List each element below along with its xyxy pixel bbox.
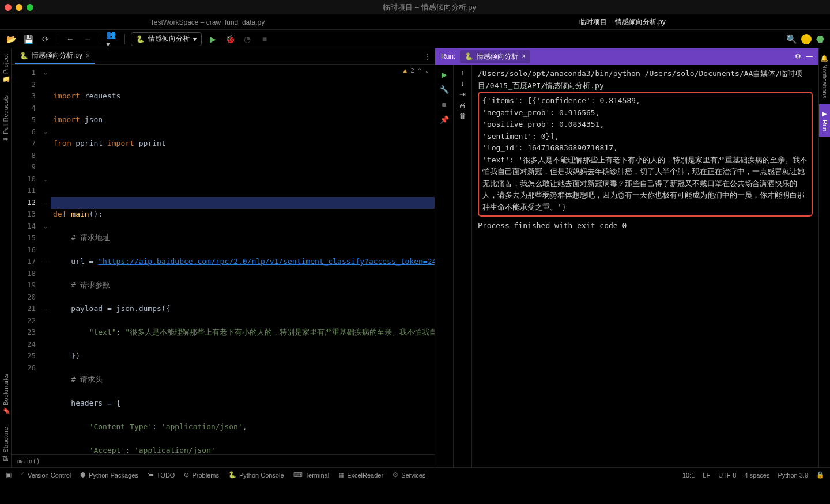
caret-position[interactable]: 10:1	[682, 472, 695, 479]
console-icon: 🐍	[228, 471, 236, 479]
maximize-window[interactable]	[27, 4, 33, 11]
run-title: Run:	[441, 52, 455, 60]
editor-more-icon[interactable]: ⋮	[423, 52, 431, 61]
code-area[interactable]: import requests import json from pprint …	[51, 65, 435, 454]
close-tab-icon[interactable]: ×	[86, 52, 90, 60]
stop-icon[interactable]: ■	[438, 98, 451, 111]
down-icon[interactable]: ↓	[461, 79, 465, 88]
nav-forward-icon[interactable]: →	[81, 33, 94, 46]
status-todo[interactable]: ≔TODO	[148, 471, 175, 479]
editor-pane: 🐍 情感倾向分析.py × ⋮ ▲ 2 ⌃ ⌄ 12345 678910 111…	[12, 48, 435, 467]
project-tab-right[interactable]: 临时项目 – 情感倾向分析.py	[415, 15, 830, 29]
titlebar: 临时项目 – 情感倾向分析.py	[0, 0, 830, 15]
wrap-icon[interactable]: ⇥	[459, 90, 466, 98]
indent[interactable]: 4 spaces	[744, 472, 769, 479]
python-icon: 🐍	[465, 52, 473, 60]
editor-body[interactable]: ▲ 2 ⌃ ⌄ 12345 678910 1112131415 16171819…	[12, 65, 435, 454]
line-separator[interactable]: LF	[703, 472, 710, 479]
sidebar-notifications[interactable]: 🔔Notifications	[819, 48, 830, 104]
status-python-packages[interactable]: ⬢Python Packages	[80, 471, 138, 479]
todo-icon: ≔	[148, 471, 154, 479]
close-icon[interactable]: ×	[522, 52, 526, 60]
editor-inspections[interactable]: ▲ 2 ⌃ ⌄	[403, 67, 429, 74]
project-tabs: TestWorkSpace – craw_fund_data.py 临时项目 –…	[0, 15, 830, 30]
project-tab-left[interactable]: TestWorkSpace – craw_fund_data.py	[0, 15, 415, 29]
minimize-window[interactable]	[16, 4, 22, 11]
status-terminal[interactable]: ⌨Terminal	[293, 471, 330, 479]
interpreter[interactable]: Python 3.9	[778, 472, 808, 479]
toolbox-icon[interactable]	[815, 34, 825, 44]
window-controls	[5, 4, 33, 11]
exit-message: Process finished with exit code 0	[478, 220, 813, 232]
tool-windows-icon[interactable]: ▣	[6, 471, 12, 479]
rerun-icon[interactable]: ▶	[438, 68, 451, 81]
window-title: 临时项目 – 情感倾向分析.py	[33, 2, 825, 13]
coverage-icon[interactable]: ◔	[241, 33, 254, 46]
run-output[interactable]: /Users/solo/opt/anaconda3/bin/python /Us…	[472, 65, 818, 467]
save-all-icon[interactable]: 💾	[22, 33, 35, 46]
nav-back-icon[interactable]: ←	[64, 33, 77, 46]
run-config-label: 情感倾向分析	[148, 34, 190, 44]
status-excel-reader[interactable]: ▦ExcelReader	[338, 471, 383, 479]
wrench-icon[interactable]: 🔧	[438, 83, 451, 96]
warning-icon: ▲	[403, 67, 408, 74]
sidebar-project[interactable]: 📁Project	[0, 48, 11, 89]
right-sidebar: 🔔Notifications ▶Run	[818, 48, 830, 467]
run-toolbar-left: ▶ 🔧 ■ 📌	[435, 65, 454, 467]
problems-icon: ⊘	[184, 471, 189, 479]
run-tab[interactable]: 🐍 情感倾向分析 ×	[460, 50, 530, 63]
close-window[interactable]	[5, 4, 12, 11]
run-toolbar-2: ↑ ↓ ⇥ 🖨 🗑	[454, 65, 472, 467]
line-gutter[interactable]: 12345 678910 1112131415 1617181920 21222…	[12, 65, 40, 454]
pin-icon[interactable]: 📌	[438, 113, 451, 126]
editor-tab-label: 情感倾向分析.py	[32, 51, 82, 60]
status-version-control[interactable]: ᚶVersion Control	[21, 472, 71, 479]
up-icon[interactable]: ↑	[461, 68, 465, 77]
gear-icon[interactable]: ⚙	[795, 52, 801, 60]
chevron-down-icon[interactable]: ⌄	[425, 67, 429, 74]
terminal-icon: ⌨	[293, 471, 303, 479]
chevron-up-icon[interactable]: ⌃	[418, 67, 422, 74]
excel-icon: ▦	[338, 471, 344, 479]
python-icon: 🐍	[136, 35, 145, 43]
run-header: Run: 🐍 情感倾向分析 × ⚙ —	[435, 48, 818, 65]
sidebar-pull-requests[interactable]: ⬇Pull Requests	[0, 89, 11, 147]
status-services[interactable]: ⚙Services	[393, 471, 425, 479]
print-icon[interactable]: 🖨	[459, 101, 466, 109]
run-config-select[interactable]: 🐍 情感倾向分析 ▾	[131, 32, 202, 46]
toolbar: 📂 💾 ⟳ ← → 👥▾ 🐍 情感倾向分析 ▾ ▶ 🐞 ◔ ■ 🔍	[0, 30, 830, 48]
users-icon[interactable]: 👥▾	[106, 33, 119, 46]
encoding[interactable]: UTF-8	[718, 472, 736, 479]
branch-icon: ᚶ	[21, 472, 25, 479]
stop-button[interactable]: ■	[258, 33, 271, 46]
status-problems[interactable]: ⊘Problems	[184, 471, 218, 479]
run-tab-label: 情感倾向分析	[477, 52, 518, 62]
statusbar: ▣ ᚶVersion Control ⬢Python Packages ≔TOD…	[0, 467, 830, 482]
fold-gutter[interactable]: ⌄ ⌄⌄ –⌄ – –	[40, 65, 51, 454]
avatar[interactable]	[801, 34, 812, 44]
packages-icon: ⬢	[80, 471, 86, 479]
run-button[interactable]: ▶	[206, 33, 219, 46]
svg-marker-0	[816, 36, 824, 43]
run-command: /Users/solo/opt/anaconda3/bin/python /Us…	[478, 68, 813, 92]
chevron-down-icon: ▾	[193, 35, 197, 43]
editor-tabs: 🐍 情感倾向分析.py × ⋮	[12, 48, 435, 65]
output-highlight-box: {'items': [{'confidence': 0.814589, 'neg…	[478, 92, 813, 217]
status-python-console[interactable]: 🐍Python Console	[228, 471, 284, 479]
python-file-icon: 🐍	[20, 52, 28, 60]
minimize-icon[interactable]: —	[806, 52, 813, 60]
search-icon[interactable]: 🔍	[785, 33, 798, 46]
open-icon[interactable]: 📂	[5, 33, 17, 46]
editor-tab-active[interactable]: 🐍 情感倾向分析.py ×	[15, 48, 95, 64]
warning-count: 2	[410, 67, 414, 74]
run-pane: Run: 🐍 情感倾向分析 × ⚙ — ▶ 🔧 ■ 📌 ↑ ↓ ⇥	[435, 48, 818, 467]
sidebar-run[interactable]: ▶Run	[819, 104, 830, 137]
sidebar-bookmarks[interactable]: 🔖Bookmarks	[0, 368, 11, 421]
trash-icon[interactable]: 🗑	[459, 112, 466, 120]
breadcrumb[interactable]: main()	[12, 454, 435, 467]
debug-button[interactable]: 🐞	[224, 33, 236, 46]
sidebar-structure[interactable]: 🏗Structure	[0, 421, 11, 467]
sync-icon[interactable]: ⟳	[39, 33, 52, 46]
lock-icon[interactable]: 🔒	[816, 471, 824, 479]
left-sidebar: 📁Project ⬇Pull Requests 🔖Bookmarks 🏗Stru…	[0, 48, 12, 467]
